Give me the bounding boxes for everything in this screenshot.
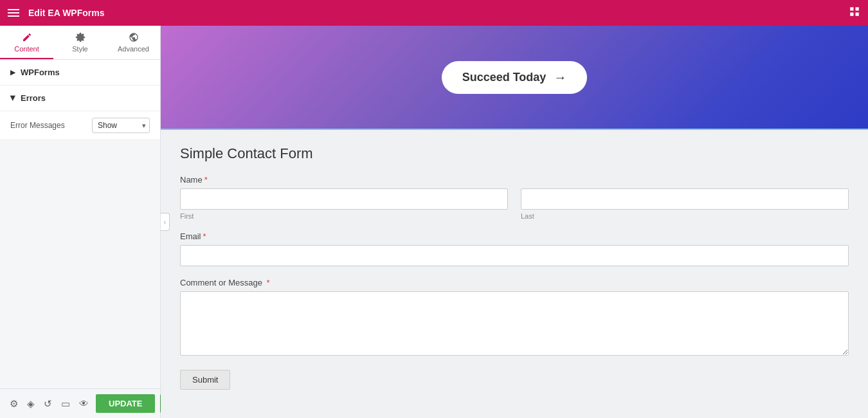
preview-icon[interactable]: 👁 [77, 396, 91, 411]
tab-style-label: Style [72, 45, 87, 53]
top-bar: Edit EA WPForms [0, 0, 868, 26]
tab-advanced-label: Advanced [118, 45, 149, 53]
form-title: Simple Contact Form [180, 145, 849, 162]
errors-section-header[interactable]: ▶ Errors [0, 86, 160, 111]
arrow-icon: → [554, 70, 566, 85]
name-required: * [204, 175, 208, 185]
name-fields-container: First Last [180, 188, 849, 220]
menu-icon[interactable] [8, 9, 19, 17]
main-content: Succeed Today → Simple Contact Form Name… [161, 26, 868, 418]
top-bar-title: Edit EA WPForms [28, 8, 849, 18]
last-name-input[interactable] [521, 188, 849, 210]
form-container: Simple Contact Form Name* First Last [161, 129, 868, 418]
sidebar-tabs: Content Style Advanced [0, 26, 160, 60]
grid-icon[interactable] [849, 6, 860, 20]
tab-content[interactable]: Content [0, 26, 53, 59]
message-textarea[interactable] [180, 291, 849, 356]
message-required: * [264, 278, 270, 287]
email-label: Email* [180, 232, 849, 241]
wpforms-section-header[interactable]: ▶ WPForms [0, 60, 160, 86]
email-input[interactable] [180, 245, 849, 266]
hero-banner: Succeed Today → [161, 26, 868, 129]
wpforms-chevron-icon: ▶ [10, 69, 15, 76]
first-name-sublabel: First [180, 212, 508, 220]
update-button[interactable]: UPDATE [96, 394, 155, 413]
tab-advanced[interactable]: Advanced [107, 26, 160, 59]
settings-icon[interactable]: ⚙ [8, 396, 20, 412]
sidebar-bottom-toolbar: ⚙ ◈ ↺ ▭ 👁 UPDATE ▲ [0, 388, 160, 418]
error-messages-select-wrapper: Show Hide [92, 118, 150, 133]
error-messages-select[interactable]: Show Hide [92, 118, 150, 133]
history-icon[interactable]: ↺ [42, 396, 54, 412]
email-field: Email* [180, 232, 849, 266]
errors-section: ▶ Errors Error Messages Show Hide [0, 86, 160, 140]
tab-content-label: Content [14, 45, 39, 53]
submit-button[interactable]: Submit [180, 370, 230, 390]
layers-icon[interactable]: ◈ [25, 396, 37, 412]
error-messages-label: Error Messages [10, 121, 65, 130]
collapse-handle[interactable]: ‹ [161, 213, 170, 231]
message-field: Comment or Message * [180, 278, 849, 358]
responsive-icon[interactable]: ▭ [59, 396, 72, 412]
first-name-input[interactable] [180, 188, 508, 210]
tab-style[interactable]: Style [53, 26, 107, 59]
errors-chevron-icon: ▶ [10, 96, 17, 101]
content-area: ‹ Succeed Today → Simple Contact Form Na… [161, 26, 868, 418]
sidebar-content: ▶ WPForms ▶ Errors Error Messages Show H… [0, 60, 160, 388]
last-name-sublabel: Last [521, 212, 849, 220]
wpforms-label: WPForms [21, 68, 60, 77]
name-field: Name* First Last [180, 175, 849, 220]
message-label: Comment or Message * [180, 278, 849, 287]
hero-button-label: Succeed Today [462, 71, 547, 84]
last-name-wrap: Last [521, 188, 849, 220]
errors-label: Errors [21, 93, 46, 103]
first-name-wrap: First [180, 188, 508, 220]
hero-button[interactable]: Succeed Today → [442, 61, 588, 94]
email-required: * [203, 232, 206, 241]
name-label: Name* [180, 175, 849, 185]
error-messages-row: Error Messages Show Hide [0, 111, 160, 140]
main-layout: Content Style Advanced ▶ WPForms ▶ [0, 26, 868, 418]
